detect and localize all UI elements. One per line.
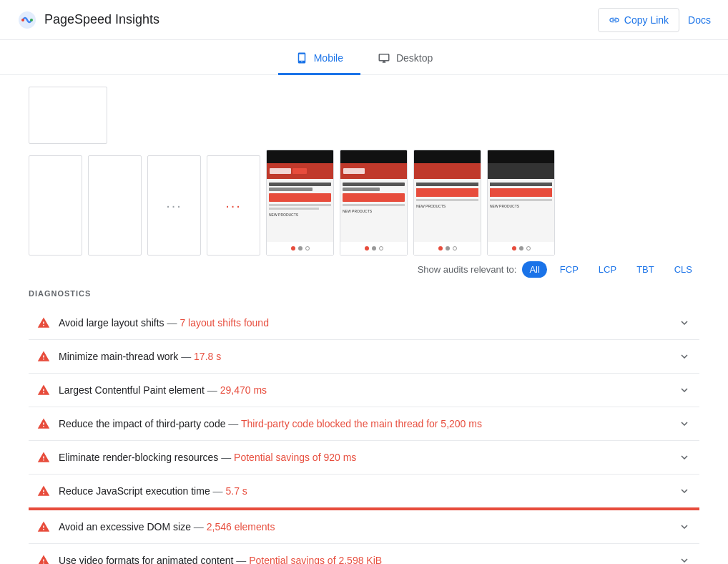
copy-link-button[interactable]: Copy Link bbox=[598, 8, 679, 32]
chevron-icon bbox=[678, 316, 691, 329]
screenshot-dots-1: ··· bbox=[147, 155, 201, 256]
screenshot-full-1: NEW PRODUCTS bbox=[266, 150, 334, 256]
screenshot-full-2: NEW PRODUCTS bbox=[340, 150, 408, 256]
screenshot-dots-2: ··· bbox=[207, 155, 260, 256]
svg-point-0 bbox=[21, 19, 24, 21]
warning-icon bbox=[37, 554, 50, 564]
main-content: ··· ··· NEW PRODUCTS bbox=[0, 75, 728, 564]
chevron-icon bbox=[678, 554, 691, 564]
audit-item-layout-shifts[interactable]: Avoid large layout shifts — 7 layout shi… bbox=[29, 306, 699, 340]
audit-item-js-execution[interactable]: Reduce JavaScript execution time — 5.7 s bbox=[29, 475, 699, 509]
audit-list: Avoid large layout shifts — 7 layout shi… bbox=[29, 306, 699, 564]
filter-label: Show audits relevant to: bbox=[418, 264, 517, 275]
filter-btn-cls[interactable]: CLS bbox=[667, 261, 699, 278]
pagespeed-logo-icon bbox=[17, 10, 37, 30]
warning-icon bbox=[37, 485, 50, 497]
screenshot-blank-2 bbox=[88, 155, 142, 256]
screenshot-full-4: NEW PRODUCTS bbox=[487, 150, 555, 256]
filter-btn-lcp[interactable]: LCP bbox=[591, 261, 624, 278]
audit-text-render-blocking: Eliminate render-blocking resources — Po… bbox=[59, 452, 672, 463]
audit-item-lcp-element[interactable]: Largest Contentful Paint element — 29,47… bbox=[29, 374, 699, 407]
tab-mobile-label: Mobile bbox=[314, 52, 343, 64]
tab-desktop-label: Desktop bbox=[396, 52, 433, 64]
copy-link-label: Copy Link bbox=[624, 14, 669, 26]
screenshots-row: ··· ··· NEW PRODUCTS bbox=[29, 150, 699, 256]
app-title: PageSpeed Insights bbox=[44, 12, 159, 27]
header-right: Copy Link Docs bbox=[598, 8, 711, 32]
chevron-icon bbox=[678, 417, 691, 430]
audit-item-video-formats[interactable]: Use video formats for animated content —… bbox=[29, 544, 699, 564]
audit-text-third-party: Reduce the impact of third-party code — … bbox=[59, 418, 672, 429]
chevron-icon bbox=[678, 451, 691, 464]
audit-item-dom-size[interactable]: Avoid an excessive DOM size — 2,546 elem… bbox=[29, 509, 699, 544]
screenshot-thumb-1 bbox=[29, 87, 107, 144]
docs-link[interactable]: Docs bbox=[688, 14, 711, 26]
tabs-nav: Mobile Desktop bbox=[0, 40, 728, 75]
audit-text-dom-size: Avoid an excessive DOM size — 2,546 elem… bbox=[59, 521, 672, 533]
audit-text-video-formats: Use video formats for animated content —… bbox=[59, 555, 672, 564]
audit-text-layout-shifts: Avoid large layout shifts — 7 layout shi… bbox=[59, 317, 672, 329]
warning-icon bbox=[37, 316, 50, 329]
warning-icon bbox=[37, 451, 50, 464]
filter-btn-all[interactable]: All bbox=[522, 261, 546, 278]
audit-text-lcp-element: Largest Contentful Paint element — 29,47… bbox=[59, 384, 672, 396]
audit-item-third-party[interactable]: Reduce the impact of third-party code — … bbox=[29, 407, 699, 441]
header: PageSpeed Insights Copy Link Docs bbox=[0, 0, 728, 40]
warning-icon bbox=[37, 417, 50, 430]
chevron-icon bbox=[678, 350, 691, 363]
filter-btn-fcp[interactable]: FCP bbox=[553, 261, 586, 278]
screenshots-section: ··· ··· NEW PRODUCTS bbox=[29, 87, 699, 256]
chevron-icon bbox=[678, 485, 691, 497]
header-left: PageSpeed Insights bbox=[17, 10, 159, 30]
filter-bar: Show audits relevant to: All FCP LCP TBT… bbox=[29, 261, 699, 278]
audit-text-main-thread: Minimize main-thread work — 17.8 s bbox=[59, 351, 672, 362]
filter-btn-tbt[interactable]: TBT bbox=[629, 261, 661, 278]
chevron-icon bbox=[678, 520, 691, 533]
tab-desktop[interactable]: Desktop bbox=[360, 43, 450, 75]
warning-icon bbox=[37, 384, 50, 397]
chevron-icon bbox=[678, 384, 691, 397]
diagnostics-header: DIAGNOSTICS bbox=[29, 289, 699, 301]
tab-mobile[interactable]: Mobile bbox=[278, 43, 360, 75]
audit-item-render-blocking[interactable]: Eliminate render-blocking resources — Po… bbox=[29, 441, 699, 475]
desktop-icon bbox=[378, 52, 390, 64]
screenshot-full-3: NEW PRODUCTS bbox=[413, 150, 481, 256]
link-icon bbox=[609, 14, 620, 26]
audit-text-js-execution: Reduce JavaScript execution time — 5.7 s bbox=[59, 485, 672, 497]
diagnostics-section: DIAGNOSTICS Avoid large layout shifts — … bbox=[29, 289, 699, 564]
svg-point-1 bbox=[30, 19, 33, 21]
audit-item-main-thread[interactable]: Minimize main-thread work — 17.8 s bbox=[29, 340, 699, 374]
screenshot-blank-1 bbox=[29, 155, 82, 256]
mobile-icon bbox=[295, 52, 308, 64]
warning-icon bbox=[37, 350, 50, 363]
warning-icon bbox=[37, 520, 50, 533]
